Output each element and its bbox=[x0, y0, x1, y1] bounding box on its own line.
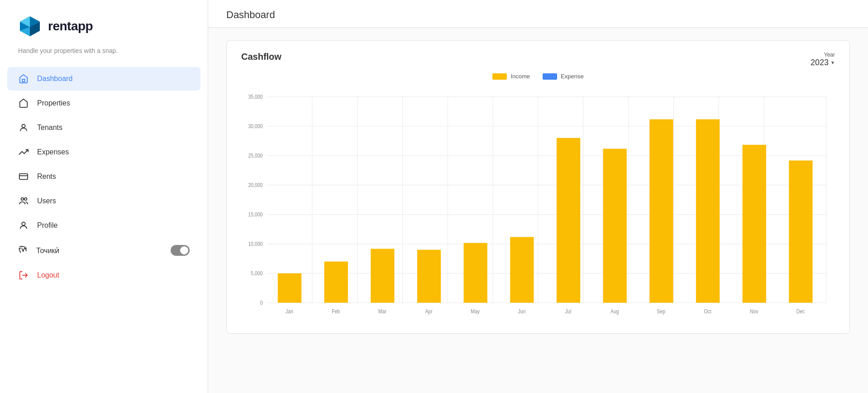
app-logo-icon bbox=[18, 14, 42, 38]
sidebar-item-expenses[interactable]: Expenses bbox=[7, 140, 200, 164]
logo-area: rentapp bbox=[0, 0, 208, 47]
bar-apr bbox=[417, 250, 441, 303]
bar-aug bbox=[603, 149, 627, 303]
page-title: Dashboard bbox=[226, 9, 850, 21]
main-body: Cashflow Year 2023 ▼ Income Expense bbox=[208, 28, 868, 393]
svg-rect-6 bbox=[22, 79, 25, 82]
expenses-icon bbox=[18, 147, 29, 158]
users-icon bbox=[18, 196, 29, 206]
sidebar-item-rents[interactable]: Rents bbox=[7, 165, 200, 188]
svg-text:30,000: 30,000 bbox=[248, 123, 263, 129]
svg-text:Apr: Apr bbox=[425, 309, 433, 315]
translate-icon bbox=[18, 244, 28, 256]
sidebar-item-label-expenses: Expenses bbox=[37, 148, 69, 156]
sidebar-item-label-rents: Rents bbox=[37, 173, 56, 181]
language-toggle[interactable] bbox=[171, 245, 190, 256]
svg-text:Dec: Dec bbox=[796, 309, 805, 315]
svg-text:Feb: Feb bbox=[332, 309, 340, 315]
bar-jan bbox=[278, 273, 301, 303]
legend-income: Income bbox=[492, 73, 530, 80]
svg-text:5,000: 5,000 bbox=[251, 270, 262, 276]
dashboard-icon bbox=[18, 73, 29, 84]
sidebar-item-label-profile: Profile bbox=[37, 221, 57, 230]
svg-text:Oct: Oct bbox=[704, 309, 711, 315]
chart-legend: Income Expense bbox=[241, 73, 835, 80]
bar-sep bbox=[649, 120, 673, 303]
legend-expense-label: Expense bbox=[561, 73, 584, 80]
svg-text:Nov: Nov bbox=[750, 309, 758, 315]
app-tagline: Handle your properties with a snap. bbox=[0, 47, 208, 67]
sidebar-item-label-logout: Logout bbox=[37, 271, 59, 279]
sidebar-item-label-dashboard: Dashboard bbox=[37, 75, 72, 83]
svg-text:Sep: Sep bbox=[657, 309, 666, 315]
cashflow-card: Cashflow Year 2023 ▼ Income Expense bbox=[226, 40, 850, 334]
sidebar-item-label-users: Users bbox=[37, 197, 56, 205]
svg-text:20,000: 20,000 bbox=[248, 182, 263, 188]
year-selector[interactable]: Year 2023 ▼ bbox=[811, 52, 835, 67]
bar-feb bbox=[324, 262, 348, 303]
svg-point-7 bbox=[22, 125, 25, 128]
rents-icon bbox=[18, 171, 29, 182]
bar-dec bbox=[789, 161, 812, 303]
tenants-icon bbox=[18, 122, 29, 133]
bar-jul bbox=[557, 138, 580, 303]
bar-nov bbox=[743, 145, 766, 303]
year-label: Year bbox=[824, 52, 835, 58]
sidebar-item-profile[interactable]: Profile bbox=[7, 214, 200, 237]
svg-text:25,000: 25,000 bbox=[248, 153, 263, 158]
bar-mar bbox=[371, 249, 394, 303]
svg-text:Jan: Jan bbox=[286, 309, 293, 315]
properties-icon bbox=[18, 98, 29, 109]
svg-text:35,000: 35,000 bbox=[248, 94, 263, 100]
svg-rect-8 bbox=[19, 174, 28, 180]
legend-income-label: Income bbox=[510, 73, 530, 80]
logout-icon bbox=[18, 270, 29, 281]
profile-icon bbox=[18, 220, 29, 231]
sidebar-item-dashboard[interactable]: Dashboard bbox=[7, 67, 200, 91]
chart-container: 35,000 30,000 25,000 20,000 15,000 10,00… bbox=[241, 87, 835, 322]
svg-point-11 bbox=[24, 198, 27, 201]
sidebar-item-label-properties: Properties bbox=[37, 99, 70, 107]
svg-text:15,000: 15,000 bbox=[248, 211, 263, 217]
sidebar: rentapp Handle your properties with a sn… bbox=[0, 0, 208, 393]
bar-oct bbox=[696, 120, 720, 303]
svg-text:Jun: Jun bbox=[518, 309, 525, 315]
cashflow-title: Cashflow bbox=[241, 52, 281, 62]
svg-point-10 bbox=[21, 198, 24, 201]
svg-text:Jul: Jul bbox=[565, 309, 571, 315]
sidebar-item-language[interactable]: Точикӣ bbox=[7, 238, 200, 263]
sidebar-item-logout[interactable]: Logout bbox=[7, 264, 200, 287]
legend-expense: Expense bbox=[543, 73, 584, 80]
sidebar-navigation: Dashboard Properties Tenants bbox=[0, 67, 208, 287]
svg-text:Mar: Mar bbox=[378, 309, 386, 315]
cashflow-header: Cashflow Year 2023 ▼ bbox=[241, 52, 835, 67]
sidebar-item-label-language: Точикӣ bbox=[36, 246, 59, 255]
sidebar-item-properties[interactable]: Properties bbox=[7, 91, 200, 115]
main-content: Dashboard Cashflow Year 2023 ▼ Income bbox=[208, 0, 868, 393]
app-name: rentapp bbox=[48, 19, 93, 34]
page-header: Dashboard bbox=[208, 0, 868, 28]
year-caret-icon: ▼ bbox=[830, 60, 835, 65]
svg-point-12 bbox=[22, 222, 25, 225]
year-value[interactable]: 2023 ▼ bbox=[811, 58, 835, 67]
expense-color-swatch bbox=[543, 73, 557, 80]
svg-text:0: 0 bbox=[260, 300, 263, 306]
bar-jun bbox=[510, 237, 534, 303]
bar-may bbox=[464, 243, 487, 303]
sidebar-item-tenants[interactable]: Tenants bbox=[7, 116, 200, 139]
sidebar-item-label-tenants: Tenants bbox=[37, 124, 62, 132]
svg-text:May: May bbox=[471, 309, 480, 315]
svg-text:Aug: Aug bbox=[610, 309, 619, 315]
income-color-swatch bbox=[492, 73, 507, 80]
cashflow-chart-svg: 35,000 30,000 25,000 20,000 15,000 10,00… bbox=[241, 87, 835, 322]
sidebar-item-users[interactable]: Users bbox=[7, 189, 200, 213]
svg-text:10,000: 10,000 bbox=[248, 241, 263, 247]
